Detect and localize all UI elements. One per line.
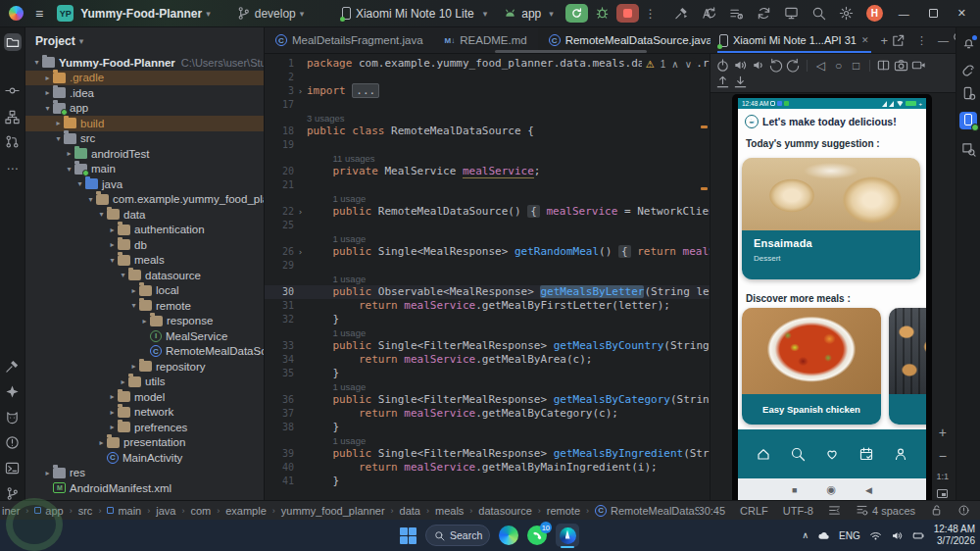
usage-hint[interactable]: 3 usages [265,112,710,125]
zoom-in-icon[interactable]: + [939,425,947,440]
tree-item-androidTest[interactable]: ▸androidTest [25,146,264,162]
screen-record-icon[interactable] [911,58,926,73]
suggestion-card[interactable]: Ensaimada Dessert [742,158,920,279]
tree-item-MainActivity[interactable]: CMainActivity [25,450,264,466]
breadcrumb-main[interactable]: main [107,505,141,517]
more-toolwindows-icon[interactable]: ⋯ [5,161,20,175]
breadcrumb-RemoteMealDataSource[interactable]: CRemoteMealDataSource [595,505,699,517]
gemini-toolwindow-icon[interactable] [5,384,20,399]
rotate-right-icon[interactable] [786,58,801,73]
code-line-39[interactable]: 39 public Single<FilterMealResponse> get… [265,447,710,461]
main-menu-icon[interactable]: ≡ [35,6,43,22]
upload-icon[interactable] [715,75,730,89]
tree-item-Yummy-Food-Planner[interactable]: ▾Yummy-Food-PlannerC:\Users\user\StudioP… [25,55,264,71]
usage-hint[interactable]: 1 usage [265,326,710,339]
usage-hint[interactable]: 1 usage [265,434,710,447]
caret-position[interactable]: 30:45 [699,505,726,517]
zoom-1to1-button[interactable]: 1:1 [936,472,949,481]
more-actions-icon[interactable]: ⋮ [645,7,657,21]
tree-item-java[interactable]: ▾java [25,176,264,192]
hide-panel-icon[interactable]: — [938,34,949,46]
usage-hint[interactable]: 1 usage [265,192,710,205]
tree-item-repository[interactable]: ▸repository [25,359,264,375]
planner-icon[interactable] [858,446,874,462]
volume-icon[interactable] [891,529,904,542]
back-button[interactable]: ◀ [865,485,872,495]
tree-item-app[interactable]: ▾app [25,101,264,117]
code-line-31[interactable]: 31 return mealService.getMealByFirstLett… [265,299,710,313]
search-icon[interactable] [811,6,826,21]
code-line-22[interactable]: 22› public RemoteMealDataSource() { meal… [265,205,710,219]
file-encoding[interactable]: UTF-8 [783,505,813,517]
settings-icon[interactable] [839,6,854,21]
code-line-26[interactable]: 26› public Single<MealResponse> getRando… [265,245,710,259]
run-configuration-selector[interactable]: app ▾ [503,6,554,21]
tree-item-com.example.yummy_food_planner[interactable]: ▾com.example.yummy_food_planner [25,192,264,208]
code-line-25[interactable]: 25 [265,219,710,232]
tree-item-db[interactable]: ▸db [25,237,264,253]
code-line-18[interactable]: 18public class RemoteMealDataSource { [265,125,710,138]
start-button[interactable] [400,527,416,544]
code-line-21[interactable]: 21 [265,178,710,192]
usage-hint[interactable]: 1 usage [265,273,710,285]
running-devices-icon[interactable] [959,112,977,129]
inspections-status-icon[interactable] [957,504,970,517]
maximize-button[interactable] [929,9,938,18]
line-separator[interactable]: CRLF [740,505,768,517]
code-line-17[interactable]: 17 [265,98,710,112]
taskbar-search[interactable]: Search [425,525,490,546]
code-line-19[interactable]: 19 [265,138,710,152]
sync-gradle-icon[interactable] [757,6,771,21]
tree-item-MealService[interactable]: IMealService [25,328,264,344]
search-icon[interactable] [790,446,806,462]
close-button[interactable]: ✕ [957,7,966,20]
build-variants-icon[interactable] [729,6,744,21]
tree-item-src[interactable]: ▾src [25,131,264,147]
overview-icon[interactable]: □ [849,58,863,73]
read-write-lock-icon[interactable] [930,504,943,517]
column-selection-icon[interactable] [828,504,841,517]
code-line-35[interactable]: 35 } [265,367,710,380]
code-line-36[interactable]: 36 public Single<FilterMealResponse> get… [265,393,710,407]
android-studio-taskbar-icon[interactable] [556,524,579,547]
device-selector[interactable]: Xiaomi Mi Note 10 Lite ▾ [342,7,487,21]
tree-item-res[interactable]: ▸res [25,466,264,481]
tree-item-model[interactable]: ▸model [25,389,264,405]
tree-item-response[interactable]: ▸response [25,314,264,329]
stop-button[interactable] [616,4,639,23]
code-line-29[interactable]: 29 [265,259,710,273]
code-line-37[interactable]: 37 return mealService.getMealByCategory(… [265,407,710,421]
tree-item-build[interactable]: ▸build [25,116,264,131]
recents-button[interactable]: ■ [792,485,797,495]
wifi-icon[interactable] [869,529,882,542]
debug-button[interactable] [595,5,610,23]
tree-item-prefrences[interactable]: ▸prefrences [25,420,264,435]
code-line-32[interactable]: 32 } [265,313,710,326]
next-issue-icon[interactable]: ∨ [685,59,692,70]
breadcrumb-src[interactable]: src [78,505,93,517]
code-line-41[interactable]: 41 } [265,475,710,488]
version-control-toolwindow-icon[interactable] [5,486,20,501]
favorites-icon[interactable] [824,446,840,462]
screenshot-icon[interactable] [894,58,908,73]
logcat-toolwindow-icon[interactable] [5,410,20,425]
zoom-out-icon[interactable]: − [939,448,947,464]
phone-screen[interactable]: 12:48 AM + ☕ [738,98,926,500]
tree-item-.idea[interactable]: ▸.idea [25,85,264,101]
vcs-branch-widget[interactable]: develop ▾ [236,6,305,21]
battery-icon[interactable] [912,529,925,542]
meal-card-partial[interactable] [889,308,926,425]
inspection-widget[interactable]: ⚠ 1 ∧ ∨ [642,58,696,71]
breadcrumb-datasource[interactable]: datasource [478,505,531,517]
volume-down-icon[interactable] [751,58,765,73]
code-editor[interactable]: ⚠ 1 ∧ ∨ 1package com.example.yummy_food_… [265,54,710,500]
breadcrumb-remote[interactable]: remote [547,505,580,517]
breadcrumb-com[interactable]: com [190,505,211,517]
build-toolwindow-icon[interactable] [5,359,20,374]
breadcrumb-meals[interactable]: meals [435,505,464,517]
device-tab[interactable]: Xiaomi Mi Note 1...API 31 ✕ [717,27,871,53]
code-line-34[interactable]: 34 return mealService.getMealByArea(c); [265,353,710,367]
project-toolwindow-icon[interactable] [4,33,22,51]
tree-item-datasource[interactable]: ▾datasource [25,268,264,283]
problems-toolwindow-icon[interactable] [5,435,20,450]
